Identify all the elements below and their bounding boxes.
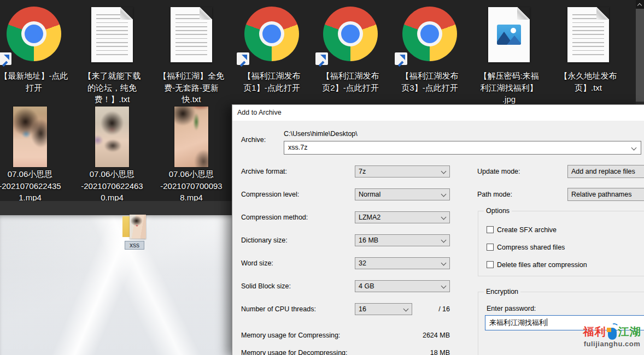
- archive-path: C:\Users\himle\Desktop\: [284, 130, 358, 138]
- xss-item-label: xss: [125, 241, 144, 250]
- watermark-domain: fulijianghu.com: [580, 340, 644, 348]
- shortcut-arrow-icon: [237, 52, 249, 65]
- chevron-down-icon: [441, 215, 447, 220]
- encryption-group-title: Encryption: [484, 288, 520, 296]
- memory-decompressing-label: Memory usage for Decompressing:: [241, 349, 348, 355]
- checkbox-icon[interactable]: [487, 261, 494, 268]
- fulijianghu-watermark: 福利 江湖 fulijianghu.com: [580, 320, 644, 348]
- delete-files-label: Delete files after compression: [497, 261, 587, 269]
- watermark-text-left: 福利: [583, 323, 606, 340]
- desktop-icon-xss[interactable]: [122, 215, 147, 239]
- text-file-icon: [91, 7, 133, 62]
- compression-level-label: Compression level:: [241, 191, 299, 198]
- word-size-label: Word size:: [241, 259, 273, 267]
- photo-thumbnail-icon: [130, 215, 146, 239]
- cpu-threads-label: Number of CPU threads:: [241, 305, 316, 313]
- memory-compressing-value: 2624 MB: [355, 332, 450, 339]
- dialog-titlebar[interactable]: Add to Archive: [232, 105, 644, 121]
- enter-password-label: Enter password:: [487, 305, 536, 312]
- chevron-down-icon: [441, 169, 447, 174]
- chevron-down-icon: [441, 283, 447, 289]
- icon-label: 【解压密码:来福利江湖找福利】.jpg: [472, 70, 546, 105]
- add-to-archive-dialog: Add to Archive Archive: C:\Users\himle\D…: [232, 104, 644, 355]
- icon-label: 【福利江湖】全免费-无套路-更新快.txt: [154, 70, 229, 105]
- memory-compressing-label: Memory usage for Compressing:: [241, 332, 340, 339]
- options-group: Options Create SFX archive Compress shar…: [478, 211, 644, 276]
- icon-label: 【福利江湖发布页3】-点此打开: [393, 70, 467, 93]
- shortcut-arrow-icon: [0, 52, 11, 65]
- icon-label: 【来了就能下载的论坛，纯免费！】.txt: [75, 70, 149, 105]
- video-thumbnail: [174, 106, 208, 167]
- compression-level-combobox[interactable]: Normal: [355, 188, 450, 200]
- solid-block-size-combobox[interactable]: 4 GB: [355, 280, 450, 292]
- compress-shared-label: Compress shared files: [497, 244, 565, 251]
- desktop-wallpaper: [0, 215, 232, 355]
- mouse-icon: [607, 326, 617, 340]
- word-size-combobox[interactable]: 32: [355, 257, 450, 269]
- compression-method-label: Compression method:: [241, 214, 308, 221]
- checkbox-icon[interactable]: [487, 244, 494, 251]
- chrome-icon: [244, 7, 299, 61]
- chrome-icon: [402, 7, 457, 61]
- text-cursor: [547, 318, 547, 326]
- chevron-down-icon: [403, 306, 409, 312]
- cpu-threads-max: / 16: [413, 305, 450, 313]
- create-sfx-label: Create SFX archive: [497, 226, 557, 234]
- shortcut-arrow-icon: [315, 52, 328, 65]
- chevron-up-icon: [637, 3, 642, 8]
- icon-label: 07.06小思思-20210707000938.mp4: [154, 168, 229, 204]
- scroll-up-button[interactable]: [636, 0, 644, 9]
- icon-label: 07.06小思思-20210706224630.mp4: [75, 168, 149, 204]
- compression-method-combobox[interactable]: LZMA2: [355, 211, 450, 223]
- dictionary-size-label: Dictionary size:: [241, 236, 288, 244]
- options-group-title: Options: [484, 207, 512, 215]
- chevron-down-icon: [441, 192, 447, 197]
- text-file-icon: [171, 7, 212, 62]
- watermark-text-right: 江湖: [618, 323, 641, 340]
- password-value: 来福利江湖找福利: [489, 318, 546, 327]
- chevron-down-icon: [631, 145, 637, 151]
- icon-label: 【最新地址】-点此打开: [0, 70, 71, 93]
- chrome-icon: [7, 7, 61, 61]
- chrome-icon: [323, 7, 378, 61]
- scrollbar-thumb[interactable]: [636, 9, 644, 102]
- video-thumbnail: [13, 106, 47, 167]
- video-thumbnail: [95, 106, 129, 167]
- solid-block-size-label: Solid Block size:: [241, 282, 291, 290]
- chevron-down-icon: [441, 261, 447, 266]
- icon-label: 07.06小思思-20210706224351.mp4: [0, 168, 67, 204]
- archive-format-combobox[interactable]: 7z: [355, 165, 450, 177]
- chevron-down-icon: [441, 238, 447, 243]
- icon-label: 【福利江湖发布页2】-点此打开: [313, 70, 388, 93]
- window-bottom-strip: [0, 201, 232, 215]
- path-mode-combobox[interactable]: Relative pathnames: [567, 188, 644, 201]
- icon-label: 【福利江湖发布页1】-点此打开: [235, 70, 309, 93]
- vertical-scrollbar[interactable]: [636, 0, 644, 104]
- image-file-icon: [488, 7, 530, 62]
- text-file-icon: [567, 7, 609, 62]
- archive-label: Archive:: [241, 136, 266, 144]
- cpu-threads-combobox[interactable]: 16: [355, 303, 412, 315]
- image-glyph-icon: [497, 25, 521, 45]
- dictionary-size-combobox[interactable]: 16 MB: [355, 234, 450, 246]
- path-mode-label: Path mode:: [477, 191, 512, 198]
- archive-name-value: xss.7z: [288, 141, 307, 154]
- dialog-title: Add to Archive: [237, 105, 282, 121]
- archive-format-label: Archive format:: [241, 168, 287, 175]
- checkbox-icon[interactable]: [487, 226, 494, 233]
- archive-name-combobox[interactable]: xss.7z: [284, 141, 641, 155]
- memory-decompressing-value: 18 MB: [355, 349, 450, 355]
- update-mode-combobox[interactable]: Add and replace files: [567, 165, 644, 178]
- update-mode-label: Update mode:: [477, 168, 520, 175]
- shortcut-arrow-icon: [395, 52, 407, 65]
- icon-label: 【永久地址发布页】.txt: [551, 70, 625, 93]
